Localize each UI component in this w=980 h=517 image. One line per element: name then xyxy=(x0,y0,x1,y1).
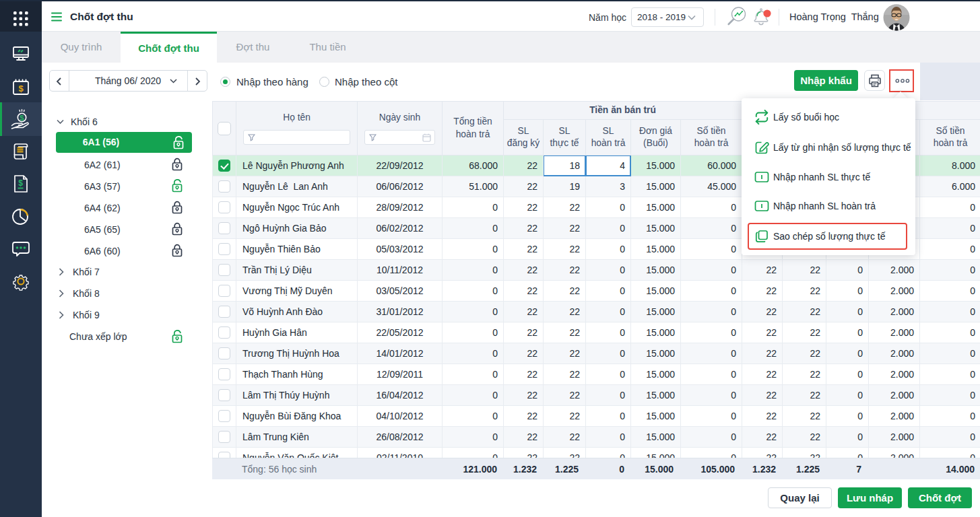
svg-text:$: $ xyxy=(20,114,24,122)
svg-text:$: $ xyxy=(18,178,23,188)
svg-text:$: $ xyxy=(18,83,24,94)
